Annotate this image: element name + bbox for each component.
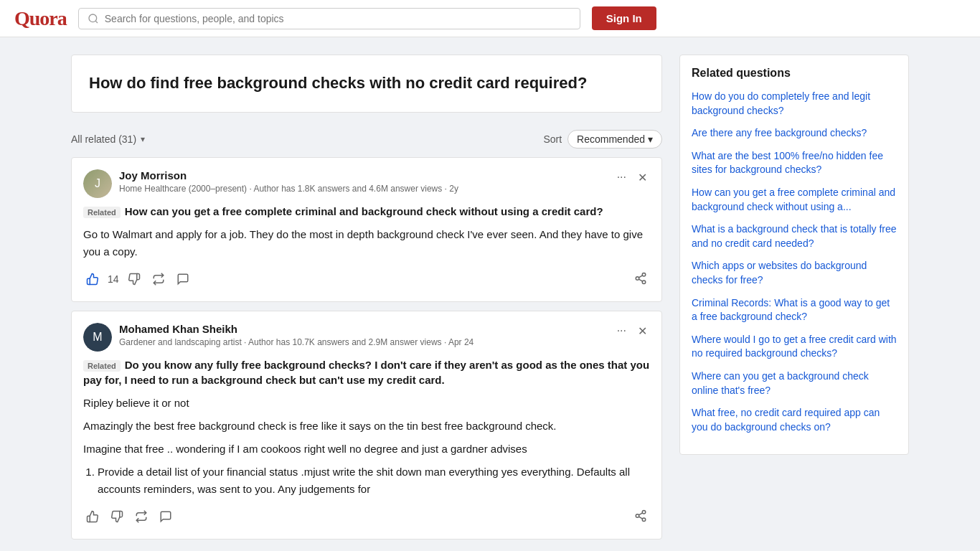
author-info: J Joy Morrison Home Healthcare (2000–pre… [83, 169, 458, 198]
related-question-link[interactable]: How can you get a free complete criminal… [692, 186, 897, 214]
answer-paragraph: Go to Walmart and apply for a job. They … [83, 226, 650, 260]
answer-list: Provide a detail list of your financial … [83, 463, 650, 498]
svg-line-1 [95, 21, 98, 23]
vote-area: 14 [83, 269, 650, 290]
related-question-link[interactable]: Criminal Records: What is a good way to … [692, 296, 897, 324]
all-related-label: All related (31) [71, 133, 136, 145]
downvote-button[interactable] [125, 270, 143, 288]
downvote-button[interactable] [108, 507, 126, 526]
related-item: Which apps or websites do background che… [692, 259, 897, 287]
comment-icon [159, 510, 172, 523]
external-share-icon [634, 509, 647, 522]
share-icon [152, 273, 165, 286]
author-name[interactable]: Joy Morrison [119, 169, 458, 182]
search-input[interactable] [105, 13, 571, 24]
avatar-image: J [83, 169, 112, 198]
svg-point-8 [636, 514, 639, 518]
related-question-link[interactable]: What are the best 100% free/no hidden fe… [692, 149, 897, 177]
quora-logo[interactable]: Quora [14, 7, 67, 30]
svg-line-10 [639, 517, 642, 519]
recommended-label: Recommended [577, 133, 645, 145]
vote-left: 14 [83, 270, 192, 288]
related-questions-box: Related questions How do you do complete… [679, 55, 909, 455]
downvote-icon [110, 510, 123, 523]
comment-button[interactable] [174, 270, 192, 288]
avatar: J [83, 169, 112, 198]
related-question: RelatedHow can you get a free complete c… [83, 204, 650, 219]
main-column: How do find free background checks with … [71, 55, 662, 548]
related-question-link[interactable]: Where can you get a background check onl… [692, 369, 897, 397]
more-options-button[interactable]: ··· [614, 323, 629, 339]
upvote-icon [86, 510, 99, 523]
search-bar [78, 8, 580, 29]
upvote-button[interactable] [83, 270, 102, 288]
related-item: Where would I go to get a free credit ca… [692, 333, 897, 361]
answers-header: All related (31) ▾ Sort Recommended ▾ [71, 124, 662, 157]
svg-point-3 [636, 277, 639, 281]
avatar: M [83, 323, 112, 352]
related-questions-heading: Related questions [692, 67, 897, 80]
related-question-link[interactable]: What is a background check that is total… [692, 222, 897, 250]
related-question-link[interactable]: Which apps or websites do background che… [692, 259, 897, 287]
share-button[interactable] [149, 270, 168, 288]
author-details: Joy Morrison Home Healthcare (2000–prese… [119, 169, 458, 195]
answer-paragraph: Ripley believe it or not [83, 395, 650, 412]
external-share-button[interactable] [631, 507, 650, 527]
list-item: Provide a detail list of your financial … [98, 463, 650, 498]
chevron-down-icon: ▾ [648, 133, 653, 145]
chevron-down-icon: ▾ [141, 134, 145, 144]
related-item: What free, no credit card required app c… [692, 406, 897, 434]
answer-card: J Joy Morrison Home Healthcare (2000–pre… [71, 157, 662, 302]
sort-dropdown[interactable]: Recommended ▾ [567, 130, 662, 149]
related-item: Where can you get a background check onl… [692, 369, 897, 397]
related-question-link[interactable]: How do you do completely free and legit … [692, 90, 897, 118]
sort-label: Sort [543, 133, 562, 145]
related-question-link[interactable]: What free, no credit card required app c… [692, 406, 897, 434]
close-button[interactable]: ✕ [635, 169, 650, 186]
answer-body: Go to Walmart and apply for a job. They … [83, 226, 650, 260]
close-button[interactable]: ✕ [635, 323, 650, 339]
more-options-button[interactable]: ··· [614, 169, 629, 185]
external-share-button[interactable] [631, 269, 650, 290]
downvote-icon [128, 273, 141, 286]
header: Quora Sign In [0, 0, 980, 37]
sidebar-column: Related questions How do you do complete… [679, 55, 909, 548]
avatar-image: M [83, 323, 112, 352]
related-question-text: Do you know any fully free background ch… [83, 359, 649, 386]
share-button[interactable] [132, 507, 151, 526]
upvote-button[interactable] [83, 507, 102, 526]
author-name[interactable]: Mohamed Khan Sheikh [119, 323, 473, 335]
answer-body: Ripley believe it or not Amazingly the b… [83, 395, 650, 498]
related-question-link[interactable]: Where would I go to get a free credit ca… [692, 333, 897, 361]
vote-count: 14 [108, 273, 119, 285]
author-info: M Mohamed Khan Sheikh Gardener and lands… [83, 323, 473, 352]
share-icon [135, 510, 148, 523]
vote-left [83, 507, 175, 526]
related-badge: Related [83, 207, 121, 218]
answer-header: M Mohamed Khan Sheikh Gardener and lands… [83, 323, 650, 352]
related-item: Are there any free background checks? [692, 126, 897, 141]
author-bio: Gardener and landscaping artist · Author… [119, 336, 473, 349]
comment-button[interactable] [156, 507, 175, 526]
upvote-icon [86, 273, 99, 286]
svg-line-5 [639, 279, 642, 281]
external-share-icon [634, 272, 647, 285]
related-badge: Related [83, 360, 121, 372]
page-content: How do find free background checks with … [60, 37, 920, 551]
svg-line-11 [639, 513, 642, 515]
sign-in-button[interactable]: Sign In [592, 6, 656, 30]
related-question-link[interactable]: Are there any free background checks? [692, 126, 897, 141]
related-item: Criminal Records: What is a good way to … [692, 296, 897, 324]
related-item: What is a background check that is total… [692, 222, 897, 250]
svg-point-0 [89, 14, 97, 22]
svg-point-7 [642, 510, 646, 514]
comment-icon [176, 273, 189, 286]
vote-area [83, 507, 650, 527]
svg-line-6 [639, 276, 642, 278]
related-question-text: How can you get a free complete criminal… [125, 205, 603, 217]
author-details: Mohamed Khan Sheikh Gardener and landsca… [119, 323, 473, 349]
answer-header: J Joy Morrison Home Healthcare (2000–pre… [83, 169, 650, 198]
all-related-dropdown[interactable]: All related (31) ▾ [71, 133, 145, 145]
related-question: RelatedDo you know any fully free backgr… [83, 357, 650, 387]
svg-point-9 [642, 518, 646, 522]
